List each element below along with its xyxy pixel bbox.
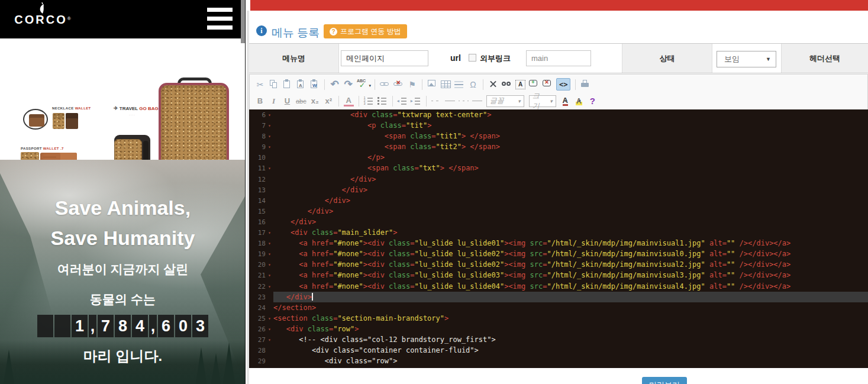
fold-arrow-icon[interactable]: ▾	[266, 238, 273, 249]
external-link-checkbox[interactable]	[469, 54, 476, 62]
bullet-list-button[interactable]	[377, 95, 388, 107]
fold-arrow-icon[interactable]: ▾	[266, 282, 273, 292]
code-line[interactable]: 20▾ <a href="#none"><div class="lu_slide…	[249, 259, 868, 270]
unlink-icon[interactable]: ✕	[393, 79, 404, 90]
line-number: 11	[249, 163, 266, 174]
paste-icon[interactable]	[282, 79, 292, 90]
image-icon[interactable]	[427, 79, 437, 90]
copy-icon[interactable]	[269, 79, 279, 90]
code-line[interactable]: 10 </p>	[249, 152, 868, 163]
subscript-button[interactable]: x₂	[310, 95, 320, 107]
fold-arrow-icon[interactable]: ▾	[266, 131, 273, 142]
anchor-icon[interactable]: ⚑	[407, 79, 417, 90]
corco-logo[interactable]: CORCO®	[14, 2, 71, 26]
url-input[interactable]	[526, 50, 591, 66]
code-line[interactable]: 30 <div class="brandstory_txtwrap">	[249, 366, 868, 368]
outdent-button[interactable]: ◂	[398, 95, 408, 107]
code-line[interactable]: 24</section>	[249, 302, 868, 313]
preview-save-button[interactable]: 미리보기	[642, 377, 687, 384]
code-line[interactable]: 16 </div>	[249, 217, 868, 227]
align-justify-button[interactable]	[472, 95, 482, 107]
code-line[interactable]: 14 </div>	[249, 195, 868, 206]
text-color-button[interactable]: A▾	[560, 95, 570, 107]
code-line[interactable]: 26▾ <div class="row">	[249, 324, 868, 334]
font-combo[interactable]: 글꼴▾	[486, 95, 524, 107]
fold-arrow-icon[interactable]: ▾	[266, 163, 273, 174]
table-icon[interactable]	[441, 80, 451, 88]
align-left-button[interactable]	[431, 95, 441, 107]
size-combo[interactable]: 크기▾	[529, 95, 556, 107]
underline-button[interactable]: U	[282, 95, 292, 107]
code-line[interactable]: 7▾ <p class="tit">	[249, 120, 868, 131]
align-center-button[interactable]	[445, 95, 455, 107]
spellcheck-icon[interactable]: ABC✓▾	[357, 79, 370, 90]
print-icon[interactable]	[580, 79, 591, 90]
brown-wallet-image[interactable]	[66, 113, 78, 129]
cork-wallet-image[interactable]	[53, 113, 64, 129]
header-select-label: 헤더선택	[781, 44, 868, 73]
undo-icon[interactable]: ↶	[330, 79, 340, 90]
find-icon[interactable]	[502, 79, 512, 90]
code-line[interactable]: 27▾ <!-- <div class="col-12 brandstory_r…	[249, 334, 868, 345]
indent-button[interactable]: ▸	[411, 95, 421, 107]
hamburger-menu-icon[interactable]	[207, 8, 233, 30]
special-char-icon[interactable]: Ω	[468, 79, 478, 90]
bubble-remove-icon[interactable]: ✕	[543, 79, 553, 90]
redo-icon[interactable]: ↷	[343, 79, 353, 90]
code-line[interactable]: 29 <div class="row">	[249, 356, 868, 366]
line-number: 13	[249, 185, 266, 196]
bold-button[interactable]: B	[255, 95, 265, 107]
code-line[interactable]: 11▾ <span class="txt"> </span>	[249, 163, 868, 173]
help-button[interactable]: ?	[588, 95, 598, 107]
remove-format-button[interactable]: A	[344, 95, 354, 107]
fold-arrow-icon[interactable]: ▾	[266, 260, 273, 270]
code-line[interactable]: 23 </div>	[249, 292, 868, 302]
code-line[interactable]: 17▾ <div class="main_slider">	[249, 227, 868, 238]
align-right-button[interactable]	[459, 95, 469, 107]
paste-text-icon[interactable]: A	[296, 79, 306, 90]
bg-color-button[interactable]: A▾	[574, 95, 584, 107]
code-line[interactable]: 18▾ <a href="#none"><div class="lu_slide…	[249, 238, 868, 249]
fold-arrow-icon[interactable]: ▾	[266, 110, 273, 121]
select-all-icon[interactable]: A	[515, 80, 525, 89]
menu-name-input[interactable]	[341, 50, 428, 66]
code-line[interactable]: 25▾<section class="section-main-brandsto…	[249, 313, 868, 324]
fold-arrow-icon[interactable]: ▾	[266, 335, 273, 346]
code-line[interactable]: 8▾ <span class="tit1"> </span>	[249, 131, 868, 141]
code-line[interactable]: 12 </div>	[249, 174, 868, 185]
code-line[interactable]: 6▾ <div class="txtwrap text-center">	[249, 109, 868, 120]
link-icon[interactable]	[380, 79, 390, 90]
state-select[interactable]: 보임 ▼	[717, 51, 776, 67]
top-red-bar	[250, 0, 868, 11]
code-line[interactable]: 19▾ <a href="#none"><div class="lu_slide…	[249, 249, 868, 259]
code-line[interactable]: 22▾ <a href="#none"><div class="lu_slide…	[249, 281, 868, 292]
hero-title-1: Save Animals,	[0, 196, 246, 220]
superscript-button[interactable]: x²	[324, 95, 334, 107]
cut-icon[interactable]: ✂	[255, 79, 265, 90]
code-line[interactable]: 21▾ <a href="#none"><div class="lu_slide…	[249, 270, 868, 280]
fold-arrow-icon[interactable]: ▾	[266, 314, 273, 324]
numbered-list-button[interactable]: 1 2 3	[364, 95, 374, 107]
paste-word-icon[interactable]: W	[309, 79, 320, 90]
strike-button[interactable]: abc	[296, 95, 306, 107]
code-line[interactable]: 13 </div>	[249, 185, 868, 195]
line-number: 7	[249, 121, 266, 131]
fold-arrow-icon[interactable]: ▾	[266, 324, 273, 335]
fold-arrow-icon[interactable]: ▾	[266, 249, 273, 260]
bubble-add-icon[interactable]: +	[529, 79, 539, 90]
fold-arrow-icon[interactable]: ▾	[266, 142, 273, 153]
preview-scrollbar-thumb[interactable]	[241, 0, 245, 43]
source-code-area[interactable]: 6▾ <div class="txtwrap text-center">7▾ <…	[249, 109, 868, 368]
horizontal-rule-icon[interactable]	[454, 79, 464, 90]
code-line[interactable]: 9▾ <span class="tit2"> </span>	[249, 141, 868, 152]
code-line[interactable]: 15 </div>	[249, 206, 868, 217]
fold-arrow-icon[interactable]: ▾	[266, 228, 273, 238]
source-button[interactable]: <>	[556, 78, 570, 91]
italic-button[interactable]: I	[269, 95, 279, 107]
fold-arrow-icon[interactable]: ▾	[266, 121, 273, 131]
fold-arrow-icon[interactable]: ▾	[266, 270, 273, 281]
maximize-icon[interactable]	[488, 79, 498, 90]
logo-reg: ®	[67, 16, 71, 21]
program-link-help-button[interactable]: ? 프로그램 연동 방법	[324, 24, 407, 38]
code-line[interactable]: 28 <div class="container container-fluid…	[249, 345, 868, 356]
